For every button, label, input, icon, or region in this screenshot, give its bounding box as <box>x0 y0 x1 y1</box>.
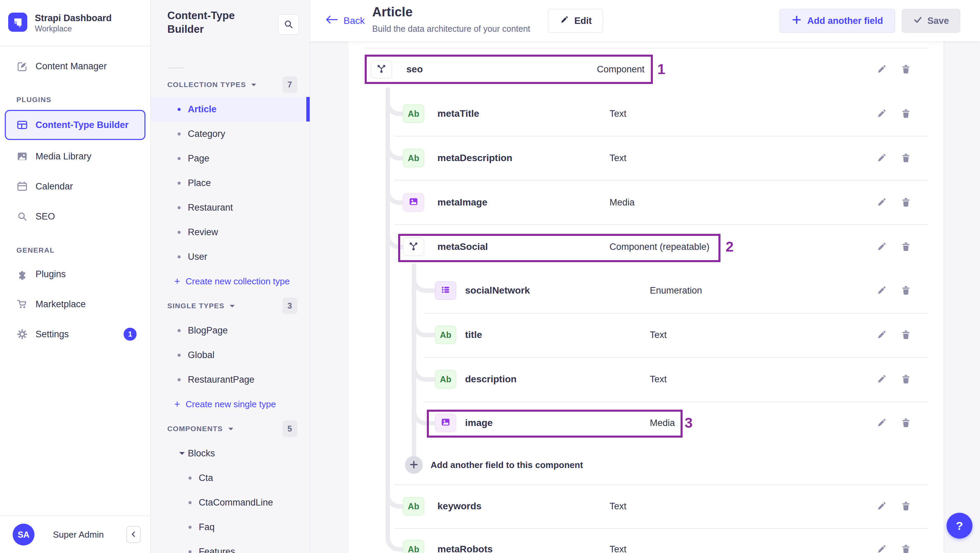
sidebar-item-content-type-builder[interactable]: Content-Type Builder <box>5 110 145 140</box>
edit-field-button[interactable] <box>876 374 887 385</box>
item-label: CtaCommandLine <box>199 497 273 508</box>
search-button[interactable] <box>278 14 299 35</box>
type-item-blogpage[interactable]: BlogPage <box>151 318 310 343</box>
sidebar-item-content-manager[interactable]: Content Manager <box>0 51 150 81</box>
component-item-cta[interactable]: Cta <box>151 466 310 490</box>
bullet-icon <box>178 132 181 135</box>
delete-field-button[interactable] <box>900 418 912 428</box>
type-item-article[interactable]: Article <box>151 97 310 122</box>
text-field-icon: Ab <box>440 375 451 385</box>
sidebar-item-calendar[interactable]: Calendar <box>0 172 150 202</box>
type-item-review[interactable]: Review <box>151 220 310 245</box>
delete-field-button[interactable] <box>900 329 912 340</box>
sidebar-item-media-library[interactable]: Media Library <box>0 141 150 172</box>
sidebar-item-marketplace[interactable]: Marketplace <box>0 289 150 319</box>
field-name: metaTitle <box>438 108 479 119</box>
general-section-label: GENERAL <box>0 240 150 259</box>
collapse-sidebar-button[interactable] <box>126 526 141 543</box>
pencil-icon <box>876 204 887 209</box>
sidebar-item-label: Settings <box>35 329 69 340</box>
strapi-dashboard-screen: Strapi Dashboard Workplace Content Manag… <box>0 0 980 553</box>
type-item-global[interactable]: Global <box>151 343 310 367</box>
delete-field-button[interactable] <box>900 64 912 75</box>
text-field-icon: Ab <box>408 153 419 163</box>
item-label: Global <box>188 350 215 361</box>
edit-field-button[interactable] <box>876 153 887 164</box>
edit-field-button[interactable] <box>876 197 887 208</box>
delete-field-button[interactable] <box>900 374 912 385</box>
brand[interactable]: Strapi Dashboard Workplace <box>0 0 150 38</box>
edit-field-button[interactable] <box>876 242 887 252</box>
pencil-icon <box>876 248 887 253</box>
save-button[interactable]: Save <box>902 9 960 33</box>
type-item-place[interactable]: Place <box>151 171 310 195</box>
item-label: Category <box>188 129 225 139</box>
type-item-user[interactable]: User <box>151 245 310 269</box>
chevron-left-icon <box>129 530 138 540</box>
field-type: Text <box>650 374 667 385</box>
fields-table: seoComponent1AbmetaTitleTextAbmetaDescri… <box>348 41 943 553</box>
edit-field-button[interactable] <box>876 501 887 512</box>
edit-field-button[interactable] <box>876 108 887 119</box>
avatar[interactable]: SA <box>13 524 35 545</box>
edit-field-button[interactable] <box>876 418 887 428</box>
sidebar-item-settings[interactable]: Settings1 <box>0 319 150 349</box>
type-item-restaurantpage[interactable]: RestaurantPage <box>151 367 310 392</box>
sidebar-item-label: Plugins <box>35 269 66 280</box>
divider <box>167 68 184 68</box>
delete-field-button[interactable] <box>900 242 912 252</box>
collection-types-header[interactable]: COLLECTION TYPES7 <box>151 72 310 97</box>
bullet-icon <box>188 550 192 553</box>
edit-field-button[interactable] <box>876 544 887 553</box>
sidebar-item-plugins[interactable]: Plugins <box>0 259 150 289</box>
item-label: Article <box>188 104 216 115</box>
help-button[interactable]: ? <box>947 513 972 539</box>
component-field-icon <box>408 240 419 253</box>
create-new-single-type[interactable]: +Create new single type <box>151 392 310 416</box>
type-item-page[interactable]: Page <box>151 146 310 171</box>
delete-field-button[interactable] <box>900 197 912 208</box>
type-item-category[interactable]: Category <box>151 122 310 146</box>
count-badge: 3 <box>282 298 298 314</box>
app-title: Strapi Dashboard <box>35 12 112 24</box>
bullet-icon <box>178 354 181 357</box>
delete-field-button[interactable] <box>900 544 912 553</box>
user-name: Super Admin <box>53 529 104 540</box>
component-item-faq[interactable]: Faq <box>151 515 310 539</box>
edit-field-button[interactable] <box>876 64 887 75</box>
sidebar-item-label: Marketplace <box>35 299 86 310</box>
pencil-icon <box>876 115 887 120</box>
component-category-blocks[interactable]: Blocks <box>151 441 310 466</box>
field-type: Component <box>597 64 645 75</box>
field-row-metaRobots: AbmetaRobotsText <box>348 527 943 553</box>
edit-field-button[interactable] <box>876 329 887 340</box>
pencil-icon <box>876 551 887 553</box>
delete-field-button[interactable] <box>900 285 912 296</box>
delete-field-button[interactable] <box>900 108 912 119</box>
delete-field-button[interactable] <box>900 501 912 512</box>
add-another-field-button[interactable]: Add another field <box>780 9 895 33</box>
trash-icon <box>900 508 912 513</box>
type-item-restaurant[interactable]: Restaurant <box>151 195 310 220</box>
caret-down-icon <box>176 451 188 456</box>
component-field-icon <box>375 63 387 76</box>
trash-icon <box>900 424 912 429</box>
create-new-collection-type[interactable]: +Create new collection type <box>151 269 310 294</box>
bullet-icon <box>178 231 181 234</box>
component-item-features[interactable]: Features <box>151 539 310 553</box>
annotation-number: 1 <box>657 61 665 78</box>
bullet-icon <box>188 501 192 504</box>
edit-button[interactable]: Edit <box>548 9 603 33</box>
components-header[interactable]: COMPONENTS5 <box>151 416 310 441</box>
item-label: Place <box>188 178 211 188</box>
text-field-icon: Ab <box>440 330 451 340</box>
edit-field-button[interactable] <box>876 285 887 296</box>
add-field-to-component-button[interactable] <box>405 456 423 474</box>
chevron-down-icon <box>229 302 235 310</box>
sidebar-item-seo[interactable]: SEO <box>0 202 150 232</box>
delete-field-button[interactable] <box>900 153 912 164</box>
trash-icon <box>900 204 912 209</box>
component-item-ctacommandline[interactable]: CtaCommandLine <box>151 490 310 515</box>
single-types-header[interactable]: SINGLE TYPES3 <box>151 294 310 318</box>
back-link[interactable]: Back <box>326 15 365 27</box>
